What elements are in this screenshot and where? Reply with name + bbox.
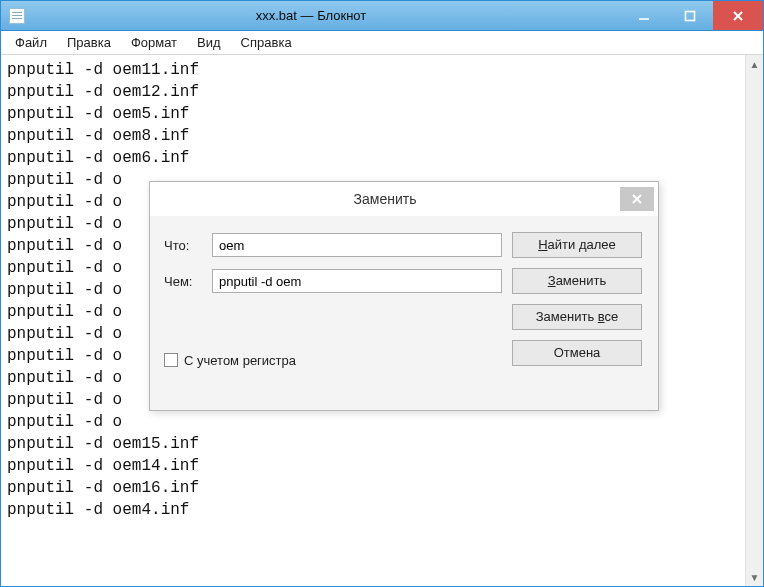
menu-format[interactable]: Формат — [123, 33, 185, 52]
title-bar: xxx.bat — Блокнот — [1, 1, 763, 31]
replace-dialog: Заменить Что: Найти далее Чем: Заменить … — [149, 181, 659, 411]
menu-file[interactable]: Файл — [7, 33, 55, 52]
window-title: xxx.bat — Блокнот — [31, 8, 621, 23]
find-input[interactable] — [212, 233, 502, 257]
replace-all-button[interactable]: Заменить все — [512, 304, 642, 330]
notepad-window: xxx.bat — Блокнот Файл Правка Формат Вид… — [0, 0, 764, 587]
dialog-body: Что: Найти далее Чем: Заменить Заменить … — [150, 216, 658, 376]
cancel-button[interactable]: Отмена — [512, 340, 642, 366]
find-next-button[interactable]: Найти далее — [512, 232, 642, 258]
scroll-up-icon[interactable]: ▲ — [746, 55, 763, 73]
menu-view[interactable]: Вид — [189, 33, 229, 52]
dialog-close-button[interactable] — [620, 187, 654, 211]
replace-button[interactable]: Заменить — [512, 268, 642, 294]
close-button[interactable] — [713, 1, 763, 30]
vertical-scrollbar[interactable]: ▲ ▼ — [745, 55, 763, 586]
menu-bar: Файл Правка Формат Вид Справка — [1, 31, 763, 55]
dialog-title-bar: Заменить — [150, 182, 658, 216]
match-case-label: С учетом регистра — [184, 353, 296, 368]
match-case-row: С учетом регистра — [164, 353, 502, 368]
notepad-icon — [9, 8, 25, 24]
replace-input[interactable] — [212, 269, 502, 293]
find-label: Что: — [164, 238, 202, 253]
window-controls — [621, 1, 763, 30]
svg-rect-1 — [686, 11, 695, 20]
menu-edit[interactable]: Правка — [59, 33, 119, 52]
maximize-button[interactable] — [667, 1, 713, 30]
menu-help[interactable]: Справка — [233, 33, 300, 52]
replace-label: Чем: — [164, 274, 202, 289]
minimize-button[interactable] — [621, 1, 667, 30]
scroll-down-icon[interactable]: ▼ — [746, 568, 763, 586]
match-case-checkbox[interactable] — [164, 353, 178, 367]
dialog-title: Заменить — [150, 191, 620, 207]
